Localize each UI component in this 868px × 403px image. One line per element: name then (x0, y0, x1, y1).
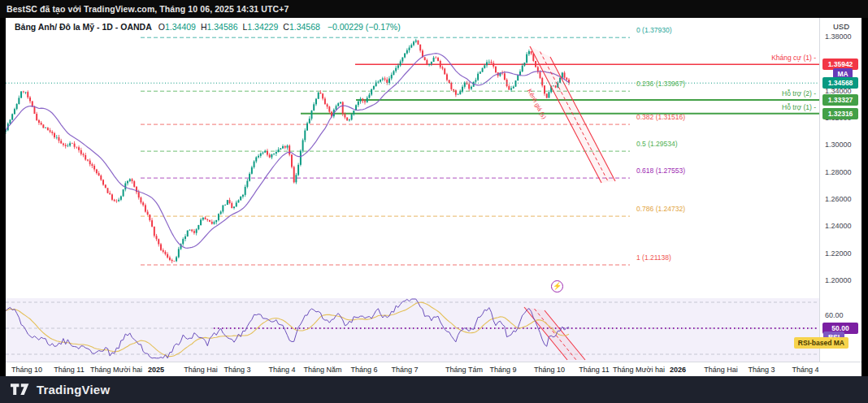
time-axis-label: Tháng Hai (704, 366, 738, 374)
ohlc-values: O1.34409H1.34586L1.34229C1.34568 (158, 22, 325, 32)
time-axis-label: Tháng 7 (391, 366, 418, 374)
time-axis-label: Tháng 4 (792, 366, 818, 374)
footer-bar: TradingView (0, 376, 868, 403)
fib-level-label[interactable]: 0.236 (1.33967) (636, 80, 685, 88)
time-axis-label: Tháng Tám (445, 366, 483, 374)
resistance-label[interactable]: Kháng cự (1) - (771, 54, 816, 62)
fib-level-label[interactable]: 0.5 (1.29534) (636, 140, 678, 148)
ohlc-h: H1.34586 (201, 22, 238, 32)
support2-price-badge: 1.33327 (822, 94, 858, 106)
change-value: −0.00229 (−0.17%) (328, 22, 401, 32)
time-axis-label: 2025 (148, 366, 164, 374)
ohlc-o: O1.34409 (158, 22, 196, 32)
time-axis-label: Tháng Năm (303, 366, 341, 374)
attribution-text: BestSC đã tạo với TradingView.com, Tháng… (0, 4, 289, 14)
fib-level-label[interactable]: 0 (1.37930) (636, 26, 671, 34)
time-axis-label: Tháng Mười hai (90, 366, 142, 374)
ohlc-l: L1.34229 (242, 22, 278, 32)
fib-level-label[interactable]: 1 (1.21138) (636, 254, 671, 262)
currency-label: USD (820, 22, 861, 31)
price-axis[interactable]: USD 1.380001.360001.340001.320001.300001… (819, 18, 861, 362)
time-axis-label: Tháng 9 (489, 366, 516, 374)
time-axis-label: Tháng 4 (268, 366, 295, 374)
rsi-scale-label: 60.00 (825, 311, 844, 319)
time-axis-label: Tháng 11 (54, 366, 84, 374)
tradingview-brand[interactable]: TradingView (37, 383, 110, 396)
price-scale-label: 1.38000 (825, 32, 852, 41)
price-scale-label: 1.28000 (825, 168, 852, 176)
ohlc-c: C1.34568 (283, 22, 320, 32)
attribution-bar: BestSC đã tạo với TradingView.com, Tháng… (0, 0, 868, 18)
time-axis-label: Tháng Hai (184, 366, 218, 374)
time-axis-label: Tháng 6 (350, 366, 377, 374)
time-axis-label: Tháng 11 (579, 366, 609, 374)
price-scale-label: 1.22000 (825, 249, 852, 258)
support-label[interactable]: Hỗ trợ (2) - (782, 89, 816, 98)
price-scale-label: 1.26000 (825, 195, 852, 203)
price-scale-label: 1.20000 (825, 276, 852, 284)
time-axis-label: Tháng 10 (11, 366, 42, 374)
symbol-row: Bảng Anh/ Đô la Mỹ - 1D - OANDAO1.34409H… (15, 22, 401, 32)
time-axis-label: Tháng 3 (224, 366, 250, 374)
time-axis-label: Tháng 10 (534, 366, 565, 374)
last-price-badge: 1.34568 (822, 77, 858, 89)
chart-card: Bảng Anh/ Đô la Mỹ - 1D - OANDAO1.34409H… (6, 18, 861, 376)
time-axis[interactable]: Tháng 10Tháng 11Tháng Mười hai2025Tháng … (6, 362, 861, 376)
support-label[interactable]: Hỗ trợ (1) - (782, 103, 816, 111)
price-scale-label: 1.30000 (825, 141, 852, 149)
rsi-ma-badge[interactable]: RSI-based MA (794, 337, 848, 349)
fib-level-label[interactable]: 0.786 (1.24732) (636, 205, 685, 213)
time-axis-label: Tháng Mười hai (613, 366, 665, 374)
fib-level-label[interactable]: 0.618 (1.27553) (636, 167, 685, 175)
price-chart-canvas[interactable] (6, 18, 861, 362)
support1-price-badge: 1.32316 (822, 108, 858, 119)
tradingview-logo-icon[interactable] (11, 384, 30, 396)
fib-level-label[interactable]: 0.382 (1.31516) (636, 113, 685, 121)
flash-circle-icon[interactable]: ⚡ (551, 280, 563, 292)
time-axis-label: Tháng 3 (748, 366, 775, 374)
price-scale-label: 1.24000 (825, 222, 852, 230)
time-axis-label: 2026 (670, 366, 686, 374)
symbol-title[interactable]: Bảng Anh/ Đô la Mỹ - 1D - OANDA (15, 22, 152, 32)
